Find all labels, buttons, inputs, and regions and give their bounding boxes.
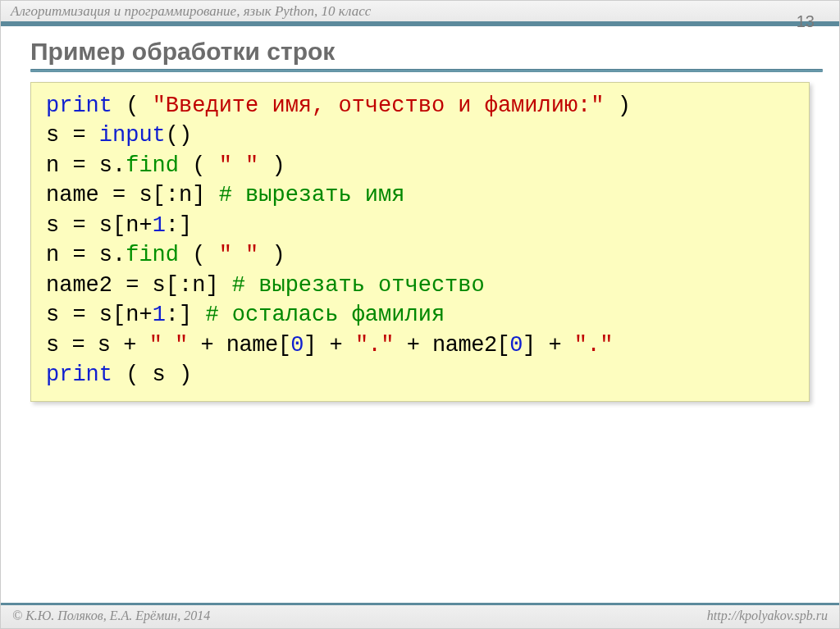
code-text: n = s.	[46, 243, 126, 267]
code-text: name2 = s[:n]	[46, 273, 232, 298]
code-func: find	[126, 153, 179, 178]
code-text: s =	[46, 123, 99, 148]
code-line: s = input()	[46, 121, 794, 150]
code-text: ] +	[523, 333, 574, 358]
code-line: n = s.find ( " " )	[46, 151, 794, 180]
code-comment: # вырезать отчество	[232, 273, 485, 298]
code-text: (	[112, 93, 153, 118]
code-keyword: input	[99, 123, 166, 148]
code-string: "Введите имя, отчество и фамилию:"	[153, 93, 605, 118]
code-number: 0	[290, 333, 304, 358]
code-text: )	[605, 93, 631, 118]
code-func: find	[126, 243, 179, 267]
code-keyword: print	[46, 362, 112, 387]
title-underline	[30, 69, 823, 72]
code-keyword: print	[46, 93, 112, 118]
code-string: " "	[149, 333, 188, 358]
code-text: (	[179, 153, 219, 178]
code-line: s = s + " " + name[0] + "." + name2[0] +…	[46, 330, 794, 360]
code-line: s = s[n+1:] # осталась фамилия	[46, 300, 794, 330]
code-text: + name2[	[394, 333, 509, 358]
code-line: print ( s )	[46, 360, 794, 390]
code-comment: # вырезать имя	[219, 183, 405, 207]
code-number: 1	[153, 213, 166, 238]
code-line: s = s[n+1:]	[46, 211, 794, 240]
code-string: "."	[355, 333, 394, 358]
code-text: )	[258, 153, 285, 178]
code-number: 0	[509, 333, 523, 358]
code-line: print ( "Введите имя, отчество и фамилию…	[46, 91, 794, 121]
code-number: 1	[153, 303, 166, 327]
code-text: ( s )	[112, 362, 192, 387]
code-line: name2 = s[:n] # вырезать отчество	[46, 271, 794, 300]
code-text: s = s[n+	[46, 303, 153, 327]
code-text: :]	[166, 213, 192, 238]
code-text: ()	[166, 123, 192, 148]
code-string: " "	[219, 153, 259, 178]
header-subject: Алгоритмизация и программирование, язык …	[1, 1, 839, 23]
code-text: (	[179, 243, 219, 267]
code-string: "."	[574, 333, 613, 358]
footer-copyright: © К.Ю. Поляков, Е.А. Ерёмин, 2014	[12, 608, 210, 623]
code-line: name = s[:n] # вырезать имя	[46, 180, 794, 210]
code-text: name = s[:n]	[46, 183, 219, 207]
footer: © К.Ю. Поляков, Е.А. Ерёмин, 2014 http:/…	[1, 603, 839, 628]
code-string: " "	[219, 243, 259, 267]
code-text: + name[	[188, 333, 291, 358]
code-text: )	[258, 243, 285, 267]
page-number: 13	[797, 12, 815, 31]
header-accent	[1, 21, 839, 26]
code-text: :]	[166, 303, 206, 327]
code-text: s = s +	[46, 333, 149, 358]
code-comment: # осталась фамилия	[205, 303, 445, 327]
code-text: ] +	[304, 333, 355, 358]
code-line: n = s.find ( " " )	[46, 240, 794, 270]
code-text: n = s.	[46, 153, 126, 178]
code-block: print ( "Введите имя, отчество и фамилию…	[30, 82, 810, 402]
footer-url: http://kpolyakov.spb.ru	[707, 608, 828, 623]
code-text: s = s[n+	[46, 213, 153, 238]
slide-title: Пример обработки строк	[30, 38, 839, 66]
